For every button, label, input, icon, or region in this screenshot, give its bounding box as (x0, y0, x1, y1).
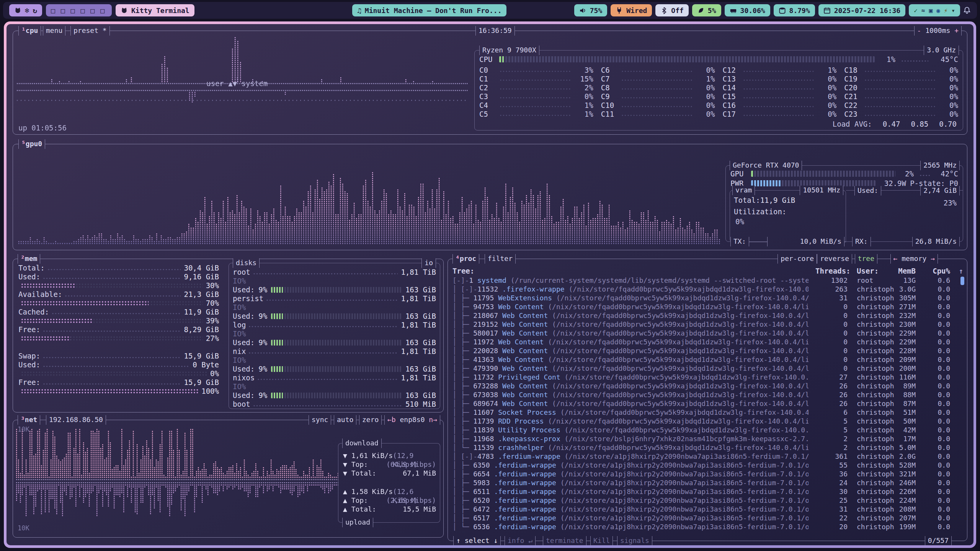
net-box-title[interactable]: ³net (18, 415, 40, 425)
proc-row[interactable]: │ ├─ 689674 Web Content (/nix/store/fqad… (451, 399, 962, 408)
disk-used-row: Used:9%163 GiB (233, 365, 436, 373)
cpu-graph-mode-label[interactable]: user ▲▼ system (206, 79, 268, 88)
proc-select-keys[interactable]: ↑ select ↓ (453, 536, 501, 545)
window-icon[interactable]: □ (71, 7, 77, 15)
power-icon[interactable]: ⚡ (944, 7, 948, 14)
proc-row[interactable]: │ [-]-11532 .firefox-wrappe (/nix/store/… (451, 285, 962, 293)
proc-row[interactable]: │ [-]-4783 .ferdium-wrappe (/nix/store/a… (451, 452, 962, 461)
proc-row[interactable]: │ └─ 11539 crashhelper (/nix/store/fqadd… (451, 443, 962, 452)
proc-signals-button[interactable]: signals (617, 536, 652, 545)
active-window-pill[interactable]: Kitty Terminal (116, 4, 194, 16)
proc-filter-button[interactable]: filter (485, 254, 516, 264)
cpu-box-title[interactable]: ¹cpu (18, 26, 41, 36)
proc-row[interactable]: │ ├─ 94753 Web Content (/nix/store/fqadd… (451, 302, 962, 311)
cpu-core-row: C220% (844, 101, 958, 110)
network-module[interactable]: Wired (611, 4, 652, 16)
proc-info-button[interactable]: info ↵ (505, 536, 536, 545)
nix-snowflake-icon[interactable]: ❄ (25, 6, 29, 15)
window-icon[interactable]: □ (61, 7, 67, 15)
proc-box: ⁴proc filter per-core reverse tree ← mem… (448, 259, 967, 541)
net-zero-button[interactable]: zero (359, 415, 382, 425)
proc-row[interactable]: │ ├─ 219152 Web Content (/nix/store/fqad… (451, 320, 962, 329)
proc-per-core-toggle[interactable]: per-core (777, 254, 817, 264)
chevron-down-icon[interactable]: ▾ (951, 7, 955, 14)
cpu-eco-module[interactable]: 5% (692, 4, 721, 16)
proc-row[interactable]: │ ├─ 479390 Web Content (/nix/store/fqad… (451, 364, 962, 373)
tray-pill[interactable]: ✓≈▣◉⚡▾ (909, 4, 960, 16)
proc-row[interactable]: │ ├─ 11732 Privileged Cont (/nix/store/f… (451, 373, 962, 381)
proc-terminate-button[interactable]: terminate (543, 536, 586, 545)
proc-row[interactable]: │ ├─ 673288 Web Content (/nix/store/fqad… (451, 381, 962, 390)
desktop: ❄ ↻ □□□□□□ Kitty Terminal ♫ Minuit Machi… (0, 0, 980, 551)
window-icon[interactable]: □ (51, 7, 57, 15)
date-module[interactable]: 2025-07-22 16:36 (818, 4, 905, 16)
proc-reverse-toggle[interactable]: reverse (817, 254, 852, 264)
gpu-usage-row: GPU 2% 42°C (730, 170, 958, 178)
cpu-core-row: C210% (844, 92, 958, 101)
proc-row[interactable]: │ ├─ 6520 .ferdium-wrappe (/nix/store/a1… (451, 496, 962, 505)
net-auto-button[interactable]: auto (334, 415, 356, 425)
proc-row[interactable]: │ ├─ 41363 Web Content (/nix/store/fqadd… (451, 355, 962, 364)
proc-kill-button[interactable]: Kill (590, 536, 613, 545)
mem-stat-row: Used:9,16 GiB (18, 272, 219, 281)
launcher-pill[interactable]: ❄ ↻ (9, 4, 42, 16)
music-pill[interactable]: ♫ Minuit Machine – Don't Run Fro... (352, 4, 506, 16)
proc-row[interactable]: │ ├─ 11968 .keepassxc-prox (/nix/store/b… (451, 434, 962, 443)
net-interface-switcher[interactable]: ←b enp8s0 n→ (384, 415, 440, 425)
proc-row[interactable]: [-]-1 systemd (/run/current-system/syste… (451, 276, 962, 285)
proc-row[interactable]: │ ├─ 6511 .ferdium-wrappe (/nix/store/a1… (451, 487, 962, 496)
proc-row[interactable]: │ ├─ 6472 .ferdium-wrappe (/nix/store/a1… (451, 505, 962, 514)
proc-scrollbar-thumb[interactable] (960, 277, 964, 285)
proc-row[interactable]: │ ├─ 6654 .ferdium-wrappe (/nix/store/a1… (451, 469, 962, 478)
disks-io-toggle[interactable]: io (421, 258, 436, 268)
gpu-rx-value: 26,8 MiB/s (912, 237, 960, 246)
network-tray-icon[interactable]: ≈ (921, 7, 925, 14)
update-interval-control[interactable]: - 1000ms + (914, 26, 962, 36)
menu-button[interactable]: menu (43, 26, 65, 36)
disk-row: nixos1,81 TiB (233, 373, 436, 382)
net-scale-top: 10K (18, 425, 29, 433)
proc-row[interactable]: │ ├─ 11607 Socket Process (/nix/store/fq… (451, 408, 962, 417)
proc-position-indicator: 0/557 (925, 536, 952, 545)
window-icon[interactable]: □ (80, 7, 87, 15)
gpu-tx-label: TX: (730, 237, 749, 246)
mem-box-title[interactable]: ²mem (18, 254, 40, 264)
notification-bell-icon[interactable] (963, 7, 971, 14)
status-dot-icon[interactable]: ◉ (936, 7, 940, 14)
proc-sort-selector[interactable]: ← memory → (890, 254, 938, 264)
shield-check-icon[interactable]: ✓ (914, 7, 918, 14)
proc-row[interactable]: │ ├─ 6350 .ferdium-wrappe (/nix/store/a1… (451, 461, 962, 469)
proc-row[interactable]: │ ├─ 673038 Web Content (/nix/store/fqad… (451, 390, 962, 399)
gpu-box-title[interactable]: ⁵gpu0 (18, 139, 45, 149)
proc-row[interactable]: │ ├─ 11839 Utility Process (/nix/store/f… (451, 425, 962, 434)
proc-row[interactable]: │ ├─ 218067 Web Content (/nix/store/fqad… (451, 311, 962, 320)
net-sync-button[interactable]: sync (309, 415, 331, 425)
cpu-core-row: C51% (479, 110, 593, 119)
bluetooth-module[interactable]: Off (655, 4, 689, 16)
proc-row[interactable]: │ ├─ 11795 WebExtensions (/nix/store/fqa… (451, 293, 962, 302)
proc-row[interactable]: │ ├─ 5983 .ferdium-wrappe (/nix/store/a1… (451, 478, 962, 487)
proc-row[interactable]: │ ├─ 220028 Web Content (/nix/store/fqad… (451, 346, 962, 355)
proc-row[interactable]: │ ├─ 6517 .ferdium-wrappe (/nix/store/a1… (451, 514, 962, 522)
window-icon[interactable]: □ (100, 7, 107, 15)
preset-button[interactable]: preset * (70, 26, 110, 36)
mem-meter-row: 70% (18, 299, 219, 308)
disks-title[interactable]: disks (233, 258, 260, 268)
mem-box: ²mem Total:30,4 GiBUsed:9,16 GiB30%Avail… (13, 259, 444, 412)
disk-module[interactable]: 8.79% (774, 4, 815, 16)
window-switcher-pill[interactable]: □□□□□□ (46, 4, 112, 16)
kitty-logo-icon[interactable] (14, 7, 21, 14)
proc-row[interactable]: │ ├─ 580017 Web Content (/nix/store/fqad… (451, 329, 962, 337)
memory-module[interactable]: 30.06% (725, 4, 770, 16)
clipboard-icon[interactable]: ▣ (929, 7, 933, 14)
refresh-icon[interactable]: ↻ (33, 6, 37, 15)
cpu-core-row: C190% (844, 75, 958, 83)
proc-row[interactable]: │ ├─ 11739 RDD Process (/nix/store/fqadd… (451, 417, 962, 425)
window-icon[interactable]: □ (90, 7, 97, 15)
disk-io-row: IO% (233, 303, 436, 312)
volume-module[interactable]: 75% (574, 4, 608, 16)
proc-row[interactable]: │ └─ 6536 .ferdium-wrappe (/nix/store/a1… (451, 522, 962, 531)
proc-row[interactable]: │ ├─ 11972 Web Content (/nix/store/fqadd… (451, 337, 962, 346)
proc-tree-toggle[interactable]: tree (855, 254, 877, 264)
proc-box-title[interactable]: ⁴proc (452, 254, 479, 264)
